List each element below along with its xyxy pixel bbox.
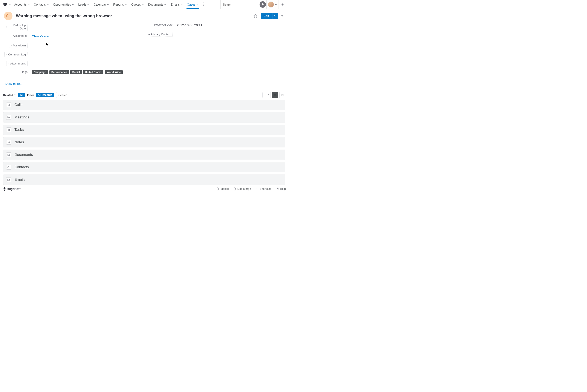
panel-notes[interactable]: NtNotes (3, 137, 285, 148)
footer-label: Doc Merge (237, 187, 251, 190)
chevron-down-icon (274, 15, 276, 17)
nav-calendar[interactable]: Calendar (91, 0, 111, 9)
refresh-button[interactable] (265, 92, 271, 98)
nav-opportunities[interactable]: Opportunities (51, 0, 76, 9)
assigned-to-value[interactable]: Chris Olliver (29, 34, 49, 38)
primary-contact-field[interactable]: +Primary Conta... (147, 32, 172, 37)
avatar (268, 2, 274, 8)
brand-sub: crm (16, 187, 21, 191)
panel-badge: Em (6, 177, 11, 182)
stack-icon (2, 187, 6, 191)
panel-emails[interactable]: EmEmails (3, 174, 285, 185)
footer-logo[interactable]: sugarcrm (2, 187, 21, 191)
panel-documents[interactable]: DoDocuments (3, 150, 285, 160)
panel-title: Emails (14, 178, 25, 182)
nav-label: Leads (78, 3, 86, 6)
panel-meetings[interactable]: MeMeetings (3, 112, 285, 122)
panel-title: Contacts (14, 165, 29, 169)
panel-title: Calls (14, 103, 22, 107)
quick-create-button[interactable] (278, 0, 287, 9)
panel-title: Meetings (14, 115, 29, 120)
tag[interactable]: Performance (49, 70, 69, 74)
favorite-toggle[interactable] (252, 13, 258, 19)
nav-quotes[interactable]: Quotes (129, 0, 146, 9)
stack-icon (3, 2, 7, 7)
svg-point-6 (218, 190, 218, 190)
tag[interactable]: United States (83, 70, 103, 74)
comment-log-field[interactable]: +Comment Log (4, 52, 27, 57)
edit-dropdown[interactable] (272, 13, 278, 19)
related-dropdown[interactable]: Related (3, 94, 16, 97)
nav-emails[interactable]: Emails (168, 0, 185, 9)
field-placeholder-label: Follow Up Date (8, 24, 26, 30)
nav-label: Accounts (14, 3, 27, 6)
related-all-pill[interactable]: All (18, 93, 25, 97)
top-nav: Accounts Contacts Opportunities Leads Ca… (0, 0, 288, 9)
field-placeholder-label: Primary Conta... (151, 33, 171, 36)
panel-tasks[interactable]: TsTasks (3, 125, 285, 135)
resolved-date-label: Resolved Date (154, 23, 172, 26)
nav-reports[interactable]: Reports (111, 0, 129, 9)
chevron-down-icon (107, 4, 109, 6)
notifications-button[interactable] (259, 1, 266, 8)
chevron-down-icon (14, 94, 16, 96)
user-menu[interactable] (266, 0, 278, 9)
markdown-field[interactable]: +Markdown (9, 43, 27, 48)
chevron-down-icon (72, 4, 74, 6)
panel-calls[interactable]: ClCalls (3, 100, 285, 110)
panel-title: Notes (14, 140, 24, 144)
nav-contacts[interactable]: Contacts (32, 0, 51, 9)
footer-mobile[interactable]: Mobile (216, 187, 229, 190)
related-search-input[interactable] (56, 92, 263, 98)
nav-label: Documents (148, 3, 163, 6)
svg-point-13 (277, 189, 277, 190)
record-header: Cs Warning message when using the wrong … (0, 9, 288, 23)
nav-label: Reports (113, 3, 124, 6)
panel-badge: Me (6, 115, 11, 120)
footer-shortcuts[interactable]: Shortcuts (255, 187, 271, 190)
activity-view-button[interactable] (279, 92, 285, 98)
chevron-down-icon (87, 4, 89, 6)
help-icon (276, 188, 279, 190)
svg-rect-8 (257, 188, 257, 188)
global-search[interactable] (220, 0, 259, 9)
plus-icon: + (8, 62, 9, 65)
related-filter-bar: Related All Filter All Records (0, 90, 288, 100)
document-icon (233, 188, 236, 190)
svg-rect-11 (257, 188, 257, 189)
panel-badge: Cl (6, 102, 11, 107)
nav-cases[interactable]: Cases (185, 0, 201, 9)
panel-contacts[interactable]: CoContacts (3, 162, 285, 172)
nav-label: Calendar (94, 3, 106, 6)
svg-point-1 (203, 4, 203, 4)
nav-more-button[interactable] (201, 2, 206, 6)
tag[interactable]: Campaign (32, 70, 48, 74)
footer-doc-merge[interactable]: Doc Merge (233, 187, 251, 190)
plus-icon (281, 3, 284, 6)
tag[interactable]: Social (70, 70, 82, 74)
show-more-link[interactable]: Show more... (4, 79, 144, 88)
grid-icon (255, 188, 258, 190)
nav-leads[interactable]: Leads (76, 0, 91, 9)
chevron-double-left-icon (281, 14, 284, 17)
tag[interactable]: World Wide (105, 70, 123, 74)
footer-help[interactable]: Help (276, 187, 286, 190)
edit-button[interactable]: Edit (261, 13, 278, 19)
nav-documents[interactable]: Documents (146, 0, 168, 9)
nav-accounts[interactable]: Accounts (12, 0, 32, 9)
attachments-field[interactable]: +Attachments (6, 61, 27, 66)
more-vertical-icon (203, 2, 204, 6)
list-view-button[interactable] (272, 92, 278, 98)
app-logo-dropdown[interactable] (2, 2, 12, 7)
bell-icon (260, 1, 266, 8)
collapse-sidebar-button[interactable] (280, 14, 284, 18)
all-records-pill[interactable]: All Records (36, 93, 54, 97)
nav-items: Accounts Contacts Opportunities Leads Ca… (12, 0, 206, 9)
module-badge: Cs (4, 12, 12, 20)
follow-up-date-field[interactable]: +Follow Up Date (4, 23, 27, 31)
panel-badge: Co (6, 165, 11, 170)
edit-button-label: Edit (261, 14, 272, 18)
footer-label: Mobile (220, 187, 229, 190)
search-input[interactable] (223, 3, 260, 6)
chevron-down-icon (180, 4, 183, 6)
